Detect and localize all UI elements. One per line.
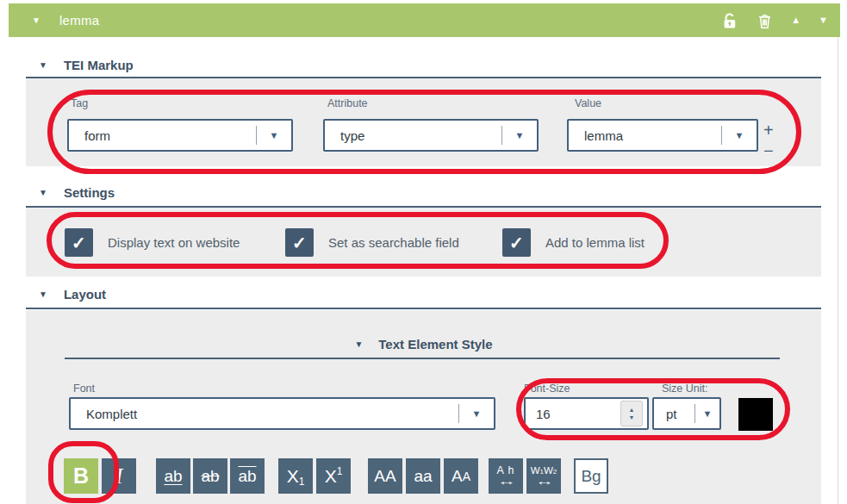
uppercase-button[interactable]: AA <box>368 458 402 494</box>
lemma-element-panel: ▼ lemma ▲ ▼ <box>0 0 847 504</box>
background-color-button-label: Bg <box>581 467 601 486</box>
strikethrough-button-label: ab <box>201 467 219 486</box>
chevron-down-icon: ▼ <box>722 130 757 140</box>
subscript-digit: 1 <box>299 476 305 488</box>
value-select[interactable]: lemma ▼ <box>567 119 758 152</box>
checkbox-row-lemma-list: ✓ Add to lemma list <box>502 228 645 257</box>
display-text-checkbox[interactable]: ✓ <box>65 228 93 257</box>
collapse-layout-icon[interactable]: ▼ <box>39 290 47 299</box>
section-title-settings: Settings <box>64 185 115 200</box>
strikethrough-button[interactable]: ab <box>193 458 227 494</box>
font-select[interactable]: Komplett ▼ <box>69 397 495 430</box>
size-unit-select[interactable]: pt ▼ <box>652 397 721 430</box>
section-head-layout: ▼ Layout <box>39 287 106 302</box>
collapse-tei-markup-icon[interactable]: ▼ <box>39 61 47 70</box>
section-head-tei-markup: ▼ TEI Markup <box>39 58 134 72</box>
size-unit-label: Size Unit: <box>662 383 708 395</box>
header-actions: ▲ ▼ <box>722 12 840 29</box>
trash-icon[interactable] <box>757 12 773 29</box>
display-text-checkbox-label: Display text on website <box>108 235 240 250</box>
background-color-button[interactable]: Bg <box>574 458 608 494</box>
word-spacing-button[interactable]: W1W2 ↔ <box>526 458 561 494</box>
stepper-down-icon[interactable]: ▼ <box>629 414 635 420</box>
section-title-layout: Layout <box>64 287 106 302</box>
overline-button[interactable]: ab <box>230 458 265 494</box>
section-head-text-element-style: ▼ Text Element Style <box>26 337 821 352</box>
section-title-text-element-style: Text Element Style <box>378 337 492 352</box>
value-select-value: lemma <box>569 128 721 143</box>
letter-spacing-button[interactable]: A h ↔ <box>489 458 523 494</box>
move-element-down-icon[interactable]: ▼ <box>819 16 828 25</box>
size-unit-value: pt <box>654 407 694 421</box>
font-select-value: Komplett <box>71 407 458 421</box>
element-header-bar: ▼ lemma ▲ ▼ <box>9 3 840 37</box>
collapse-element-icon[interactable]: ▼ <box>32 16 40 25</box>
underline-button-label: ab <box>164 467 182 486</box>
element-title: lemma <box>59 13 100 28</box>
chevron-down-icon: ▼ <box>459 408 494 419</box>
lemma-list-checkbox[interactable]: ✓ <box>502 228 531 257</box>
settings-panel: ✓ Display text on website ✓ Set as searc… <box>26 208 821 277</box>
tag-label: Tag <box>71 97 88 109</box>
move-element-up-icon[interactable]: ▲ <box>791 16 800 25</box>
lowercase-button-label: aa <box>414 467 432 486</box>
value-label: Value <box>575 97 601 109</box>
divider <box>65 358 780 359</box>
chevron-down-icon: ▼ <box>257 130 291 140</box>
checkbox-row-display-text: ✓ Display text on website <box>65 228 240 257</box>
subscript-button[interactable]: X1 <box>278 458 313 494</box>
bold-button[interactable]: B <box>64 458 98 494</box>
collapse-settings-icon[interactable]: ▼ <box>39 189 47 197</box>
superscript-base: X <box>325 466 337 487</box>
divider <box>26 308 821 309</box>
italic-button-label: I <box>115 464 123 489</box>
superscript-digit: 1 <box>337 465 343 477</box>
left-right-arrow-icon: ↔ <box>496 476 515 487</box>
font-color-swatch[interactable] <box>738 398 773 431</box>
underline-button[interactable]: ab <box>156 458 190 494</box>
lemma-list-checkbox-label: Add to lemma list <box>545 235 645 250</box>
layout-panel: ▼ Text Element Style Font Komplett ▼ Fon… <box>26 310 821 504</box>
italic-button[interactable]: I <box>102 458 136 494</box>
font-size-stepper[interactable]: ▲ ▼ <box>620 401 643 426</box>
bold-button-label: B <box>73 464 89 488</box>
chevron-down-icon: ▼ <box>502 130 537 140</box>
superscript-button[interactable]: X1 <box>316 458 351 494</box>
add-markup-row-button[interactable]: + <box>763 121 774 139</box>
remove-markup-row-button[interactable]: − <box>763 142 774 159</box>
section-title-tei-markup: TEI Markup <box>64 58 134 72</box>
left-right-arrow-icon: ↔ <box>534 476 553 487</box>
unlock-icon[interactable] <box>722 12 738 29</box>
tag-select[interactable]: form ▼ <box>67 119 293 152</box>
font-size-label: Font-Size <box>524 383 570 395</box>
subscript-base: X <box>287 466 299 487</box>
attribute-select[interactable]: type ▼ <box>323 119 539 152</box>
font-size-input[interactable]: 16 ▲ ▼ <box>524 397 649 430</box>
uppercase-button-label: AA <box>374 467 395 486</box>
lowercase-button[interactable]: aa <box>406 458 440 494</box>
checkbox-row-searchable: ✓ Set as searchable field <box>285 228 459 257</box>
attribute-label: Attribute <box>327 97 368 109</box>
font-label: Font <box>73 383 95 395</box>
searchable-field-checkbox-label: Set as searchable field <box>328 235 459 250</box>
attribute-select-value: type <box>325 128 501 143</box>
searchable-field-checkbox[interactable]: ✓ <box>285 228 314 257</box>
tag-select-value: form <box>69 128 256 143</box>
chevron-down-icon: ▼ <box>695 408 719 419</box>
stepper-up-icon[interactable]: ▲ <box>629 407 635 413</box>
collapse-text-element-style-icon[interactable]: ▼ <box>354 340 363 349</box>
panel-right-border <box>838 37 838 504</box>
overline-button-label: ab <box>238 467 256 486</box>
font-size-value: 16 <box>526 407 620 421</box>
section-head-settings: ▼ Settings <box>39 185 115 200</box>
smallcaps-small: A <box>463 470 470 483</box>
smallcaps-button[interactable]: AA <box>444 458 478 494</box>
smallcaps-base: A <box>452 467 463 486</box>
tei-markup-panel: Tag form ▼ Attribute type ▼ Value lemma … <box>26 78 821 166</box>
